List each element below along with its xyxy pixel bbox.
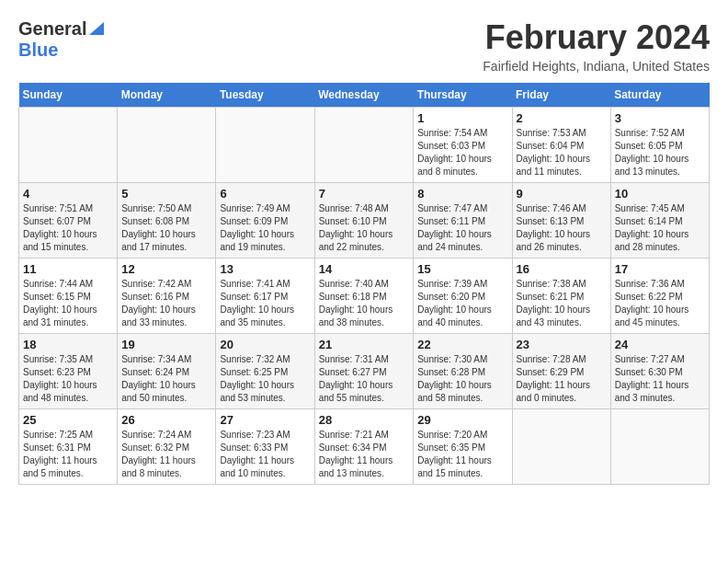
day-number: 5 <box>121 187 211 201</box>
day-detail: Sunrise: 7:51 AM Sunset: 6:07 PM Dayligh… <box>23 202 113 254</box>
day-detail: Sunrise: 7:50 AM Sunset: 6:08 PM Dayligh… <box>121 202 211 254</box>
table-row: 12Sunrise: 7:42 AM Sunset: 6:16 PM Dayli… <box>118 259 216 334</box>
day-number: 19 <box>121 338 211 351</box>
day-detail: Sunrise: 7:52 AM Sunset: 6:05 PM Dayligh… <box>615 127 705 178</box>
header-saturday: Saturday <box>610 83 709 108</box>
table-row: 3Sunrise: 7:52 AM Sunset: 6:05 PM Daylig… <box>610 108 709 183</box>
day-number: 2 <box>517 111 607 125</box>
day-number: 21 <box>319 338 410 351</box>
table-row: 20Sunrise: 7:32 AM Sunset: 6:25 PM Dayli… <box>216 334 314 409</box>
day-detail: Sunrise: 7:23 AM Sunset: 6:33 PM Dayligh… <box>220 429 310 480</box>
calendar-table: SundayMondayTuesdayWednesdayThursdayFrid… <box>18 83 710 485</box>
day-detail: Sunrise: 7:32 AM Sunset: 6:25 PM Dayligh… <box>220 353 310 405</box>
day-number: 29 <box>417 413 507 427</box>
week-row-1: 1Sunrise: 7:54 AM Sunset: 6:03 PM Daylig… <box>19 108 710 183</box>
page-header: General Blue February 2024 Fairfield Hei… <box>18 18 710 74</box>
day-number: 28 <box>319 413 410 427</box>
header-monday: Monday <box>118 83 216 108</box>
table-row: 26Sunrise: 7:24 AM Sunset: 6:32 PM Dayli… <box>118 409 216 485</box>
table-row: 29Sunrise: 7:20 AM Sunset: 6:35 PM Dayli… <box>414 409 512 485</box>
table-row: 7Sunrise: 7:48 AM Sunset: 6:10 PM Daylig… <box>314 183 414 259</box>
table-row: 27Sunrise: 7:23 AM Sunset: 6:33 PM Dayli… <box>216 409 314 485</box>
day-number: 10 <box>615 187 705 201</box>
day-detail: Sunrise: 7:35 AM Sunset: 6:23 PM Dayligh… <box>23 353 113 405</box>
day-number: 1 <box>417 111 507 125</box>
header-thursday: Thursday <box>414 83 512 108</box>
day-detail: Sunrise: 7:36 AM Sunset: 6:22 PM Dayligh… <box>615 278 705 329</box>
table-row: 19Sunrise: 7:34 AM Sunset: 6:24 PM Dayli… <box>118 334 216 409</box>
header-tuesday: Tuesday <box>216 83 314 108</box>
day-number: 22 <box>417 338 507 351</box>
table-row: 4Sunrise: 7:51 AM Sunset: 6:07 PM Daylig… <box>19 183 118 259</box>
day-detail: Sunrise: 7:48 AM Sunset: 6:10 PM Dayligh… <box>319 202 410 254</box>
week-row-2: 4Sunrise: 7:51 AM Sunset: 6:07 PM Daylig… <box>19 183 710 259</box>
day-detail: Sunrise: 7:46 AM Sunset: 6:13 PM Dayligh… <box>517 202 607 254</box>
month-year-title: February 2024 <box>483 18 710 57</box>
calendar-header-row: SundayMondayTuesdayWednesdayThursdayFrid… <box>19 83 710 108</box>
table-row <box>610 409 709 485</box>
day-detail: Sunrise: 7:27 AM Sunset: 6:30 PM Dayligh… <box>615 353 705 405</box>
table-row: 23Sunrise: 7:28 AM Sunset: 6:29 PM Dayli… <box>512 334 610 409</box>
week-row-5: 25Sunrise: 7:25 AM Sunset: 6:31 PM Dayli… <box>19 409 710 485</box>
day-number: 27 <box>220 413 310 427</box>
day-detail: Sunrise: 7:41 AM Sunset: 6:17 PM Dayligh… <box>220 278 310 329</box>
day-detail: Sunrise: 7:24 AM Sunset: 6:32 PM Dayligh… <box>121 429 211 480</box>
table-row: 15Sunrise: 7:39 AM Sunset: 6:20 PM Dayli… <box>414 259 512 334</box>
svg-marker-0 <box>89 22 104 35</box>
day-detail: Sunrise: 7:40 AM Sunset: 6:18 PM Dayligh… <box>319 278 410 329</box>
day-number: 26 <box>121 413 211 427</box>
table-row <box>19 108 118 183</box>
table-row: 14Sunrise: 7:40 AM Sunset: 6:18 PM Dayli… <box>314 259 414 334</box>
header-friday: Friday <box>512 83 610 108</box>
day-detail: Sunrise: 7:54 AM Sunset: 6:03 PM Dayligh… <box>417 127 507 178</box>
table-row: 11Sunrise: 7:44 AM Sunset: 6:15 PM Dayli… <box>19 259 118 334</box>
title-section: February 2024 Fairfield Heights, Indiana… <box>483 18 710 74</box>
table-row: 8Sunrise: 7:47 AM Sunset: 6:11 PM Daylig… <box>414 183 512 259</box>
header-wednesday: Wednesday <box>314 83 414 108</box>
table-row: 16Sunrise: 7:38 AM Sunset: 6:21 PM Dayli… <box>512 259 610 334</box>
day-detail: Sunrise: 7:38 AM Sunset: 6:21 PM Dayligh… <box>517 278 607 329</box>
day-detail: Sunrise: 7:39 AM Sunset: 6:20 PM Dayligh… <box>417 278 507 329</box>
day-number: 16 <box>517 262 607 276</box>
day-detail: Sunrise: 7:47 AM Sunset: 6:11 PM Dayligh… <box>417 202 507 254</box>
logo-general-text: General <box>18 18 86 40</box>
day-number: 6 <box>220 187 310 201</box>
day-number: 7 <box>319 187 410 201</box>
week-row-4: 18Sunrise: 7:35 AM Sunset: 6:23 PM Dayli… <box>19 334 710 409</box>
table-row: 1Sunrise: 7:54 AM Sunset: 6:03 PM Daylig… <box>414 108 512 183</box>
day-number: 24 <box>615 338 705 351</box>
day-number: 13 <box>220 262 310 276</box>
table-row: 13Sunrise: 7:41 AM Sunset: 6:17 PM Dayli… <box>216 259 314 334</box>
header-sunday: Sunday <box>19 83 118 108</box>
day-detail: Sunrise: 7:42 AM Sunset: 6:16 PM Dayligh… <box>121 278 211 329</box>
day-detail: Sunrise: 7:31 AM Sunset: 6:27 PM Dayligh… <box>319 353 410 405</box>
table-row <box>512 409 610 485</box>
table-row: 28Sunrise: 7:21 AM Sunset: 6:34 PM Dayli… <box>314 409 414 485</box>
day-number: 4 <box>23 187 113 201</box>
day-detail: Sunrise: 7:28 AM Sunset: 6:29 PM Dayligh… <box>517 353 607 405</box>
day-detail: Sunrise: 7:45 AM Sunset: 6:14 PM Dayligh… <box>615 202 705 254</box>
table-row: 21Sunrise: 7:31 AM Sunset: 6:27 PM Dayli… <box>314 334 414 409</box>
table-row <box>314 108 414 183</box>
day-detail: Sunrise: 7:34 AM Sunset: 6:24 PM Dayligh… <box>121 353 211 405</box>
day-detail: Sunrise: 7:44 AM Sunset: 6:15 PM Dayligh… <box>23 278 113 329</box>
day-detail: Sunrise: 7:25 AM Sunset: 6:31 PM Dayligh… <box>23 429 113 480</box>
table-row: 25Sunrise: 7:25 AM Sunset: 6:31 PM Dayli… <box>19 409 118 485</box>
table-row: 2Sunrise: 7:53 AM Sunset: 6:04 PM Daylig… <box>512 108 610 183</box>
table-row: 6Sunrise: 7:49 AM Sunset: 6:09 PM Daylig… <box>216 183 314 259</box>
day-detail: Sunrise: 7:30 AM Sunset: 6:28 PM Dayligh… <box>417 353 507 405</box>
table-row: 10Sunrise: 7:45 AM Sunset: 6:14 PM Dayli… <box>610 183 709 259</box>
day-number: 17 <box>615 262 705 276</box>
table-row: 17Sunrise: 7:36 AM Sunset: 6:22 PM Dayli… <box>610 259 709 334</box>
day-number: 9 <box>517 187 607 201</box>
day-detail: Sunrise: 7:20 AM Sunset: 6:35 PM Dayligh… <box>417 429 507 480</box>
day-number: 14 <box>319 262 410 276</box>
day-number: 25 <box>23 413 113 427</box>
table-row <box>216 108 314 183</box>
logo: General Blue <box>18 18 104 61</box>
table-row <box>118 108 216 183</box>
day-number: 20 <box>220 338 310 351</box>
location-subtitle: Fairfield Heights, Indiana, United State… <box>483 59 710 74</box>
table-row: 18Sunrise: 7:35 AM Sunset: 6:23 PM Dayli… <box>19 334 118 409</box>
table-row: 9Sunrise: 7:46 AM Sunset: 6:13 PM Daylig… <box>512 183 610 259</box>
